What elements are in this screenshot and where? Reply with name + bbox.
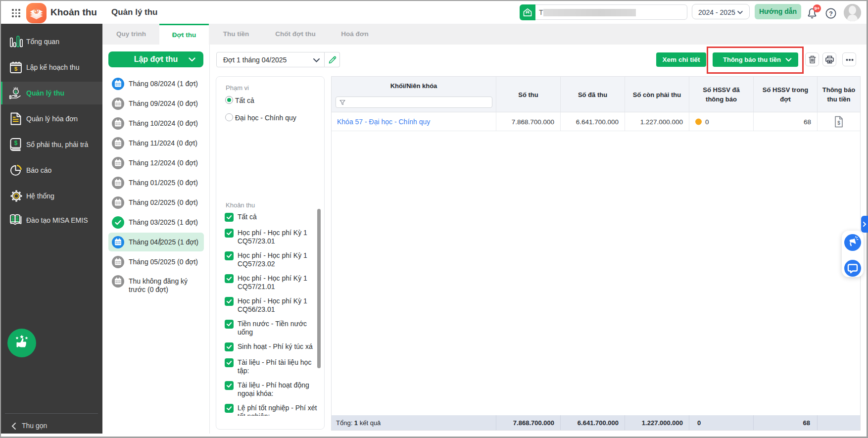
svg-text:$: $ [35, 8, 38, 14]
svg-text:$: $ [14, 66, 17, 72]
svg-text:?: ? [829, 10, 833, 17]
svg-text:$: $ [14, 140, 18, 146]
svg-text:$: $ [14, 89, 17, 95]
svg-text:$: $ [837, 120, 840, 126]
